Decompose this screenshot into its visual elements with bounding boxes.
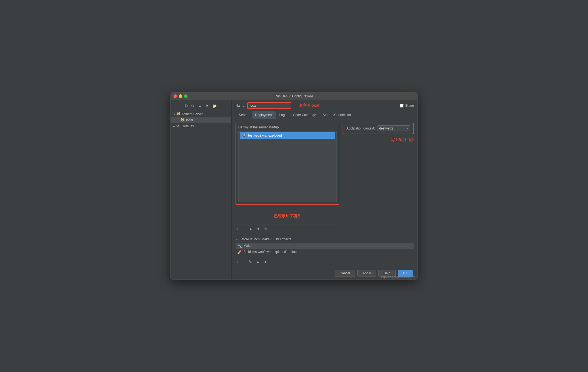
right-panel: Application context: /testweb2 写上项目目录 xyxy=(343,123,414,232)
before-launch-edit-button[interactable]: ✎ xyxy=(248,259,253,264)
content-area: Name: 名字叫local Share Server Deployment L… xyxy=(232,100,417,280)
name-row: Name: 名字叫local Share xyxy=(232,100,417,111)
annotation-added: 已经添加了项目 xyxy=(236,208,339,224)
local-config-icon: 🐱 xyxy=(181,118,185,122)
sidebar-toolbar: + − ⧉ ⚙ ▲ ▼ 📁 xyxy=(171,102,231,110)
folder-button[interactable]: 📁 xyxy=(211,103,218,109)
app-context-section: Application context: /testweb2 xyxy=(343,123,414,134)
main-layout: + − ⧉ ⚙ ▲ ▼ 📁 ▼ 🐱 Tomcat Server 🐱 local … xyxy=(171,100,417,280)
before-launch-title: Before launch: Make, Build Artifacts xyxy=(239,237,291,241)
deploy-item-testweb2[interactable]: 🚀 testweb2:war exploded xyxy=(240,132,335,139)
move-down-button[interactable]: ▼ xyxy=(204,103,210,109)
deploy-header: Deploy at the server startup xyxy=(238,125,337,129)
make-icon: 🔧 xyxy=(237,244,242,248)
window-title: Run/Debug Configurations xyxy=(275,94,313,98)
add-config-button[interactable]: + xyxy=(173,103,177,109)
share-area: Share xyxy=(400,104,414,108)
before-launch-item-make[interactable]: 🔧 Make xyxy=(236,243,414,249)
deploy-down-button[interactable]: ▼ xyxy=(255,226,261,232)
move-up-button[interactable]: ▲ xyxy=(197,103,203,109)
apply-button[interactable]: Apply xyxy=(357,270,376,277)
sidebar: + − ⧉ ⚙ ▲ ▼ 📁 ▼ 🐱 Tomcat Server 🐱 local … xyxy=(171,100,231,280)
tab-server[interactable]: Server xyxy=(236,111,252,119)
share-checkbox[interactable] xyxy=(400,104,404,108)
tab-logs[interactable]: Logs xyxy=(276,111,290,119)
defaults-icon: ⚙ xyxy=(176,124,181,128)
deploy-toolbar: + − ▲ ▼ ✎ xyxy=(236,224,339,232)
make-label: Make xyxy=(243,244,251,248)
cancel-button[interactable]: Cancel xyxy=(335,270,355,277)
deploy-item-label: testweb2:war exploded xyxy=(248,134,282,137)
window-controls xyxy=(173,94,187,98)
tomcat-server-label: Tomcat Server xyxy=(182,112,203,116)
name-label: Name: xyxy=(236,104,245,108)
close-button[interactable] xyxy=(173,94,177,98)
before-launch-down-button[interactable]: ▼ xyxy=(262,259,268,264)
context-annotation: 写上项目目录 xyxy=(343,137,414,142)
deploy-item-icon: 🚀 xyxy=(242,133,247,138)
name-input[interactable] xyxy=(247,102,291,109)
app-context-wrapper: /testweb2 xyxy=(377,125,410,131)
deploy-add-button[interactable]: + xyxy=(236,226,240,232)
before-launch-arrow: ▼ xyxy=(236,238,238,241)
local-label: local xyxy=(186,118,193,122)
defaults-label: Defaults xyxy=(182,124,194,128)
remove-config-button[interactable]: − xyxy=(178,103,183,109)
before-launch-section: ▼ Before launch: Make, Build Artifacts 🔧… xyxy=(232,235,417,267)
deploy-main: Deploy at the server startup 🚀 testweb2:… xyxy=(236,123,414,232)
title-bar: Run/Debug Configurations xyxy=(171,92,417,100)
before-launch-up-button[interactable]: ▲ xyxy=(255,259,261,264)
tabs-row: Server Deployment Logs Code Coverage Sta… xyxy=(232,111,417,119)
tree-arrow-tomcat: ▼ xyxy=(173,113,176,116)
sidebar-item-defaults[interactable]: ▶ ⚙ Defaults xyxy=(171,123,231,129)
sidebar-item-local[interactable]: 🐱 local xyxy=(171,117,231,123)
app-context-select[interactable]: /testweb2 xyxy=(377,125,410,131)
minimize-button[interactable] xyxy=(179,94,182,98)
before-launch-toolbar: + − ✎ ▲ ▼ xyxy=(236,257,414,264)
build-artifact-icon: 🚀 xyxy=(237,250,242,254)
watermark: http://blog.csdn.net/little_zm xyxy=(381,275,415,278)
run-debug-configurations-window: Run/Debug Configurations + − ⧉ ⚙ ▲ ▼ 📁 ▼… xyxy=(170,92,418,280)
tab-code-coverage[interactable]: Code Coverage xyxy=(290,111,319,119)
sidebar-item-tomcat-server[interactable]: ▼ 🐱 Tomcat Server xyxy=(171,111,231,117)
share-label: Share xyxy=(405,104,414,108)
deploy-list-area: Deploy at the server startup 🚀 testweb2:… xyxy=(236,123,339,232)
footer: Cancel Apply Help OK http://blog.csdn.ne… xyxy=(232,267,417,280)
deploy-list-body: 🚀 testweb2:war exploded xyxy=(238,131,337,202)
deploy-remove-button[interactable]: − xyxy=(242,226,246,232)
deploy-up-button[interactable]: ▲ xyxy=(248,226,254,232)
annotation-name: 名字叫local xyxy=(299,103,319,108)
before-launch-remove-button[interactable]: − xyxy=(242,259,246,264)
deploy-section: Deploy at the server startup 🚀 testweb2:… xyxy=(236,123,339,205)
maximize-button[interactable] xyxy=(184,94,187,98)
before-launch-header: ▼ Before launch: Make, Build Artifacts xyxy=(236,237,414,241)
app-context-label: Application context: xyxy=(346,126,375,130)
tomcat-icon: 🐱 xyxy=(176,112,181,116)
copy-config-button[interactable]: ⧉ xyxy=(184,103,189,109)
tab-startup-connection[interactable]: Startup/Connection xyxy=(319,111,354,119)
deployment-panel: Deploy at the server startup 🚀 testweb2:… xyxy=(232,119,417,235)
build-artifact-label: Build 'testweb2:war exploded' artifact xyxy=(243,250,298,254)
tab-deployment[interactable]: Deployment xyxy=(252,111,276,119)
before-launch-add-button[interactable]: + xyxy=(236,259,240,264)
settings-button[interactable]: ⚙ xyxy=(190,103,196,109)
tree-arrow-defaults: ▶ xyxy=(173,125,176,128)
before-launch-item-build-artifact[interactable]: 🚀 Build 'testweb2:war exploded' artifact xyxy=(236,249,414,255)
deploy-edit-button[interactable]: ✎ xyxy=(263,226,268,232)
